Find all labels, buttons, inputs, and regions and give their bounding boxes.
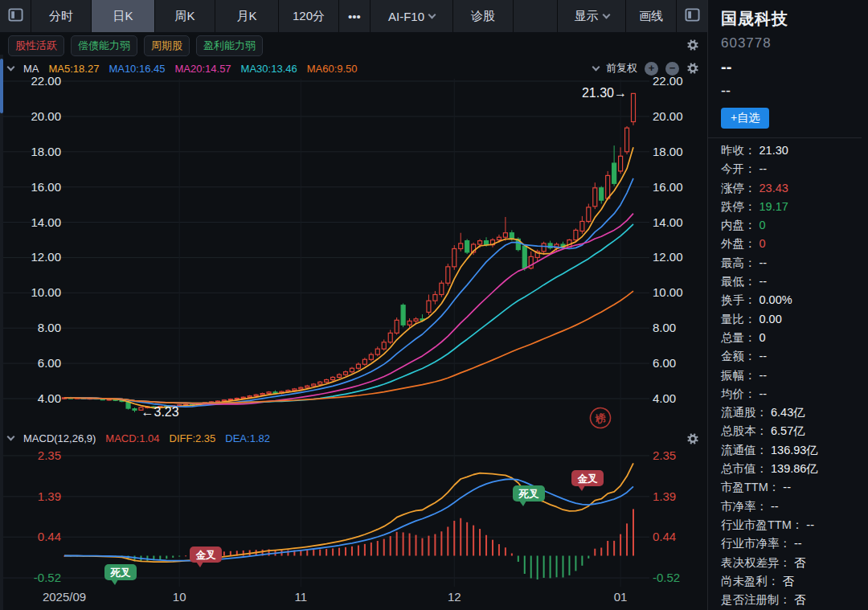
left-scrollbar[interactable] xyxy=(0,55,3,610)
stat-label: 昨收： xyxy=(721,141,756,160)
tab-ai-f10[interactable]: AI-F10 xyxy=(371,0,452,32)
macd-settings-gear-icon[interactable] xyxy=(686,432,699,445)
stat-value: 21.30 xyxy=(760,141,788,160)
macd-hist-bar xyxy=(537,556,538,580)
left-scrollbar-thumb[interactable] xyxy=(0,59,3,113)
tab-min-120[interactable]: 120分 xyxy=(279,0,338,32)
tab-zhengu[interactable]: 诊股 xyxy=(453,0,513,32)
candle-body xyxy=(395,320,399,333)
tab-monthly-k[interactable]: 月K xyxy=(215,0,278,32)
stock-tag-1[interactable]: 偿债能力弱 xyxy=(71,35,137,56)
tab-label: 日K xyxy=(113,9,133,24)
tab-weekly-k[interactable]: 周K xyxy=(155,0,215,32)
macd-hist-bar xyxy=(371,542,372,555)
stats-list: 昨收：21.30今开：--涨停：23.43跌停：19.17内盘：0外盘：0最高：… xyxy=(721,141,862,609)
button-label: 画线 xyxy=(639,9,663,24)
candle-body xyxy=(331,377,335,379)
stat-label: 涨停： xyxy=(721,179,756,198)
tab-more[interactable]: ••• xyxy=(339,0,370,32)
macd-panel xyxy=(63,463,634,579)
tab-label: 分时 xyxy=(49,9,73,24)
kline-chart[interactable]: 22.0022.0020.0020.0018.0018.0016.0016.00… xyxy=(0,32,707,610)
stock-tag-3[interactable]: 盈利能力弱 xyxy=(196,35,263,56)
stat-value: 23.43 xyxy=(760,179,788,198)
cross-badge-gold: 金叉 xyxy=(190,547,222,567)
tab-fenshi[interactable]: 分时 xyxy=(31,0,91,32)
stat-row: 均价：-- xyxy=(721,385,862,403)
low-price-marker: ←3.23 xyxy=(141,405,179,419)
stat-value: 139.86亿 xyxy=(771,460,818,478)
toolbar-button-drawline[interactable]: 画线 xyxy=(626,0,676,32)
zoom-out-button[interactable]: − xyxy=(665,62,679,76)
price-change: -- xyxy=(721,83,862,100)
macd-hist-bar xyxy=(440,531,442,555)
svg-text:-0.52: -0.52 xyxy=(34,571,61,584)
candle-body xyxy=(414,319,418,321)
macd-hist-bar xyxy=(364,544,366,556)
macd-hist-bar xyxy=(332,548,334,555)
stat-row: 总股本：6.57亿 xyxy=(721,422,862,440)
stat-row: 金额：-- xyxy=(721,347,862,366)
stock-tag-0[interactable]: 股性活跃 xyxy=(8,35,64,56)
svg-text:8.00: 8.00 xyxy=(38,321,61,334)
svg-text:金叉: 金叉 xyxy=(195,550,217,561)
chart-region: 22.0022.0020.0020.0018.0018.0016.0016.00… xyxy=(0,32,707,610)
stat-label: 总量： xyxy=(721,329,756,347)
stat-value: 6.57亿 xyxy=(771,422,805,440)
zoom-in-button[interactable]: + xyxy=(645,62,658,76)
adjust-chevron-icon[interactable] xyxy=(592,63,600,71)
stat-value: 0.00% xyxy=(760,291,792,309)
candle-body xyxy=(632,93,636,121)
macd-hist-bar xyxy=(319,550,321,556)
candle-body xyxy=(356,364,360,368)
candle-body xyxy=(267,392,271,394)
macd-hist-bar xyxy=(178,556,180,557)
stat-value: 0 xyxy=(760,329,766,347)
add-watchlist-button[interactable]: +自选 xyxy=(721,108,769,129)
stat-label: 跌停： xyxy=(721,198,756,216)
layout-panel-left-icon[interactable] xyxy=(0,0,31,32)
stat-label: 振幅： xyxy=(721,366,756,385)
main-chart-settings-gear-icon[interactable] xyxy=(686,62,699,75)
macd-collapse-chevron-icon[interactable] xyxy=(7,432,15,440)
svg-text:0.44: 0.44 xyxy=(653,530,676,543)
stat-row: 换手：0.00% xyxy=(721,291,862,309)
candle-body xyxy=(318,382,322,384)
svg-text:11: 11 xyxy=(295,590,308,604)
macd-values: MACD:1.04DIFF:2.35DEA:1.82 xyxy=(105,432,270,444)
stat-value: -- xyxy=(760,347,768,366)
stock-tag-2[interactable]: 周期股 xyxy=(144,35,190,56)
macd-hist-bar xyxy=(326,549,327,555)
stat-value: -- xyxy=(760,254,768,272)
collapse-chevron-icon[interactable] xyxy=(7,63,15,71)
svg-text:18.00: 18.00 xyxy=(653,145,683,158)
macd-hist-bar xyxy=(460,518,461,556)
stat-row: 最高：-- xyxy=(721,254,862,272)
stat-value: -- xyxy=(771,497,779,516)
candle-body xyxy=(362,359,366,364)
macd-hist-bar xyxy=(390,536,391,555)
toolbar-spacer xyxy=(514,0,557,32)
candle-body xyxy=(612,163,616,183)
layout-panel-right-button[interactable] xyxy=(677,0,707,32)
panel-layout-icon xyxy=(8,7,23,25)
stat-row: 今开：-- xyxy=(721,160,862,178)
tab-daily-k[interactable]: 日K xyxy=(92,0,154,32)
tags-settings-gear-icon[interactable] xyxy=(686,39,699,51)
candle-body xyxy=(344,372,348,375)
adjust-mode-label[interactable]: 前复权 xyxy=(606,61,637,76)
candle-body xyxy=(235,399,239,399)
stat-value: -- xyxy=(760,385,768,403)
stat-row: 涨停：23.43 xyxy=(721,179,862,198)
stat-label: 行业市净率： xyxy=(721,534,791,553)
stat-label: 市盈TTM： xyxy=(721,478,780,497)
macd-hist-bar xyxy=(166,556,167,559)
cross-badge-death: 死叉 xyxy=(104,564,137,585)
stat-row: 尚未盈利：否 xyxy=(721,572,862,591)
toolbar-button-display[interactable]: 显示 xyxy=(558,0,625,32)
candle-body xyxy=(241,397,245,398)
svg-text:10.00: 10.00 xyxy=(653,285,683,299)
ma-value: MA5:18.27 xyxy=(49,63,100,75)
svg-text:10: 10 xyxy=(173,590,186,604)
macd-hist-bar xyxy=(428,536,429,556)
